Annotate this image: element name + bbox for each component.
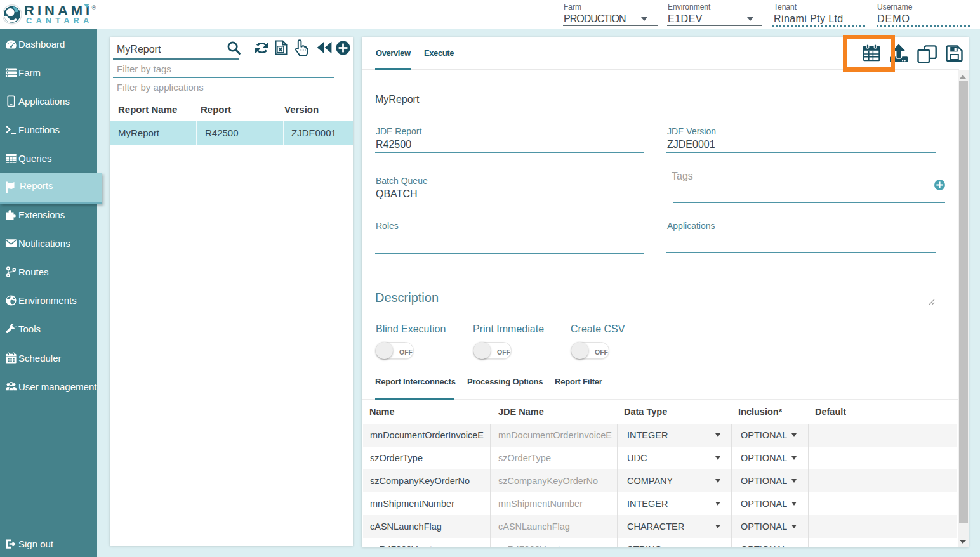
svg-text:®: ®: [92, 4, 96, 11]
svg-text:CANTARA: CANTARA: [26, 16, 93, 25]
